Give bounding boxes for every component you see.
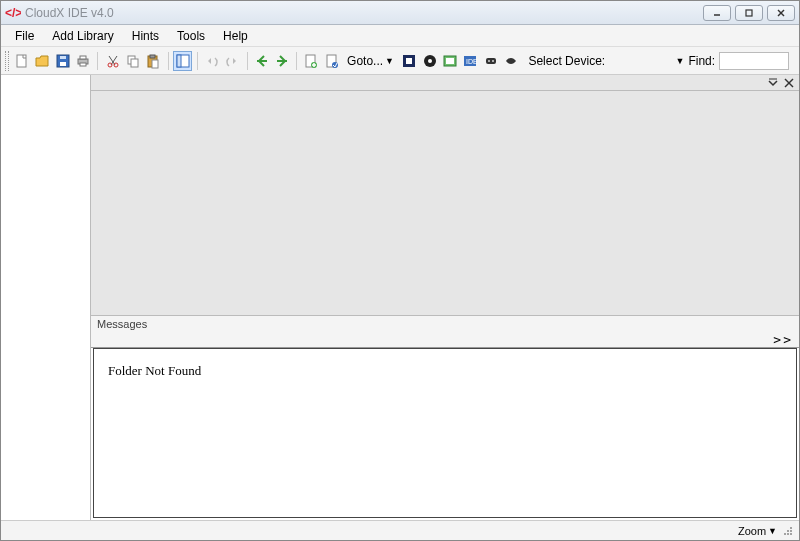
find-area: Find: [688, 52, 795, 70]
toolbar-separator [197, 52, 198, 70]
nav-back-button[interactable] [253, 51, 271, 71]
menu-hints[interactable]: Hints [124, 27, 167, 45]
chip-icon-4[interactable]: IDE [461, 51, 479, 71]
compile-button[interactable] [323, 51, 341, 71]
toolbar-separator [97, 52, 98, 70]
dropdown-icon: ▼ [385, 56, 394, 66]
svg-point-48 [790, 527, 792, 529]
chip-icon-5[interactable] [482, 51, 500, 71]
find-label: Find: [688, 54, 715, 68]
undo-button[interactable] [203, 51, 221, 71]
editor-tabbar [91, 75, 799, 91]
minimize-button[interactable] [703, 5, 731, 21]
svg-rect-20 [152, 60, 158, 68]
svg-rect-7 [60, 62, 66, 66]
save-button[interactable] [54, 51, 72, 71]
menu-tools[interactable]: Tools [169, 27, 213, 45]
titlebar: </> CloudX IDE v4.0 [1, 1, 799, 25]
svg-text:</>: </> [5, 6, 21, 20]
find-input[interactable] [719, 52, 789, 70]
svg-point-45 [790, 530, 792, 532]
menu-add-library[interactable]: Add Library [44, 27, 121, 45]
redo-button[interactable] [223, 51, 241, 71]
messages-panel[interactable]: Folder Not Found [93, 348, 797, 518]
new-file-button[interactable] [13, 51, 31, 71]
right-panel: Messages >> Folder Not Found [91, 75, 799, 520]
menu-help[interactable]: Help [215, 27, 256, 45]
svg-text:IDE: IDE [466, 58, 478, 65]
svg-rect-38 [488, 60, 490, 62]
svg-rect-30 [406, 58, 412, 64]
svg-rect-10 [80, 56, 86, 59]
svg-rect-2 [746, 10, 752, 16]
svg-rect-19 [150, 55, 155, 58]
chip-icon-2[interactable] [420, 51, 438, 71]
print-button[interactable] [74, 51, 92, 71]
svg-point-47 [787, 530, 789, 532]
resize-grip-icon[interactable] [781, 524, 793, 538]
app-icon: </> [5, 5, 21, 21]
menubar: File Add Library Hints Tools Help [1, 25, 799, 47]
svg-point-46 [784, 533, 786, 535]
copy-button[interactable] [124, 51, 142, 71]
nav-forward-button[interactable] [273, 51, 291, 71]
svg-point-32 [428, 59, 432, 63]
device-combo-box[interactable] [609, 52, 671, 70]
svg-rect-22 [177, 55, 181, 67]
select-device-label: Select Device: [528, 54, 605, 68]
svg-rect-37 [486, 58, 496, 64]
goto-label: Goto... [347, 54, 383, 68]
messages-panel-label: Messages [91, 316, 799, 332]
svg-rect-5 [17, 55, 26, 67]
editor-area[interactable] [91, 91, 799, 316]
maximize-button[interactable] [735, 5, 763, 21]
statusbar: Zoom ▼ [1, 520, 799, 540]
toolbar-grip[interactable] [5, 51, 9, 71]
tab-close-icon[interactable] [783, 77, 795, 89]
zoom-label: Zoom [738, 525, 766, 537]
cut-button[interactable] [103, 51, 121, 71]
chip-icon-3[interactable] [441, 51, 459, 71]
window-title: CloudX IDE v4.0 [25, 6, 703, 20]
toolbar: Goto... ▼ IDE Select Device: ▼ Find: [1, 47, 799, 75]
toggle-panel-button[interactable] [173, 51, 191, 71]
dropdown-icon[interactable]: ▼ [676, 56, 685, 66]
dropdown-icon: ▼ [768, 526, 777, 536]
tab-menu-icon[interactable] [767, 77, 779, 89]
main-area: Messages >> Folder Not Found [1, 75, 799, 520]
open-file-button[interactable] [33, 51, 51, 71]
goto-button[interactable]: Goto... ▼ [343, 52, 398, 70]
device-selector: Select Device: ▼ [526, 50, 686, 72]
svg-rect-11 [80, 63, 86, 66]
window-controls [703, 5, 795, 21]
svg-rect-34 [446, 58, 454, 64]
add-file-button[interactable] [302, 51, 320, 71]
messages-expand-button[interactable]: >> [91, 332, 799, 348]
svg-rect-8 [60, 56, 66, 59]
svg-point-44 [787, 533, 789, 535]
project-tree-panel[interactable] [1, 75, 91, 520]
menu-file[interactable]: File [7, 27, 42, 45]
svg-rect-39 [492, 60, 494, 62]
toolbar-separator [247, 52, 248, 70]
chip-icon-6[interactable] [502, 51, 520, 71]
messages-text: Folder Not Found [108, 363, 201, 378]
zoom-control[interactable]: Zoom ▼ [738, 525, 777, 537]
toolbar-separator [296, 52, 297, 70]
close-button[interactable] [767, 5, 795, 21]
chip-icon-1[interactable] [400, 51, 418, 71]
svg-point-43 [790, 533, 792, 535]
paste-button[interactable] [144, 51, 162, 71]
toolbar-separator [168, 52, 169, 70]
svg-rect-17 [131, 59, 138, 67]
